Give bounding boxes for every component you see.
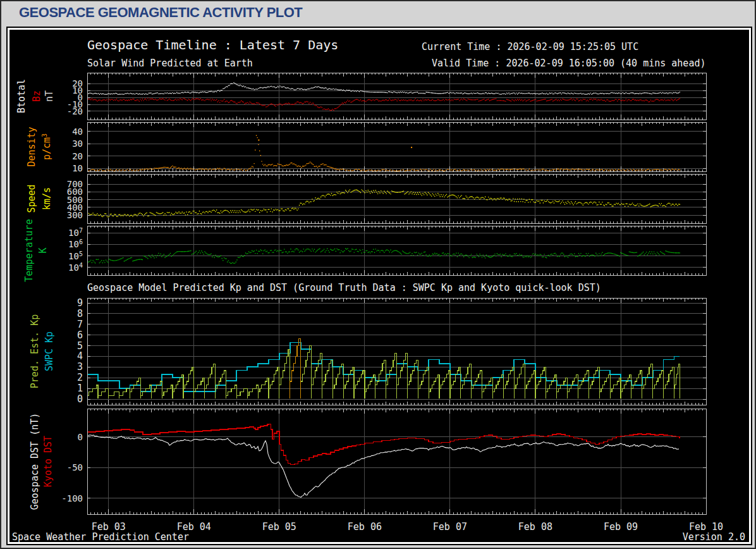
header-bar: GEOSPACE GEOMAGNETIC ACTIVITY PLOT (1, 1, 755, 25)
page-title: GEOSPACE GEOMAGNETIC ACTIVITY PLOT (19, 4, 302, 21)
svg-text:Feb 05: Feb 05 (262, 521, 296, 533)
svg-text:2: 2 (77, 372, 83, 383)
svg-text:20: 20 (72, 151, 83, 161)
valid-time-label: Valid Time : 2026-02-09 16:05:00 (40 min… (432, 58, 705, 69)
svg-text:SWPC Kp: SWPC Kp (44, 331, 55, 371)
kp-dst-section-title: Geospace Model Predicted Kp and DST (Gro… (87, 282, 601, 293)
page: GEOSPACE GEOMAGNETIC ACTIVITY PLOT 20100… (0, 0, 756, 549)
svg-text:6: 6 (77, 330, 83, 341)
svg-text:Geospace DST (nT): Geospace DST (nT) (29, 413, 40, 510)
svg-text:Pred. Est. Kp: Pred. Est. Kp (29, 314, 40, 388)
svg-text:Temperature: Temperature (23, 219, 35, 281)
svg-text:Feb 08: Feb 08 (518, 521, 552, 533)
svg-text:30: 30 (72, 139, 83, 149)
svg-text:K: K (37, 247, 49, 253)
svg-text:p/cm3: p/cm3 (41, 133, 52, 160)
svg-text:Speed: Speed (26, 184, 37, 213)
svg-text:Feb 07: Feb 07 (433, 521, 467, 533)
svg-text:0: 0 (78, 432, 83, 442)
svg-text:-100: -100 (61, 493, 83, 503)
svg-text:-20: -20 (67, 106, 83, 116)
svg-text:Kyoto DST: Kyoto DST (42, 436, 54, 487)
svg-text:km/s: km/s (41, 187, 52, 210)
svg-text:Feb 06: Feb 06 (348, 521, 382, 533)
svg-text:5: 5 (77, 340, 83, 352)
svg-text:105: 105 (68, 250, 83, 261)
svg-text:40: 40 (72, 126, 83, 137)
svg-text:4: 4 (77, 350, 83, 362)
svg-text:104: 104 (68, 262, 83, 273)
footer-source: Space Weather Prediction Center (12, 531, 189, 543)
svg-text:9: 9 (77, 297, 83, 309)
chart-title: Geospace Timeline : Latest 7 Days (87, 37, 338, 52)
svg-text:nT: nT (44, 90, 55, 102)
svg-text:Btotal: Btotal (16, 79, 27, 113)
svg-text:7: 7 (77, 319, 83, 330)
svg-text:Density: Density (26, 126, 37, 166)
current-time-label: Current Time : 2026-02-09 15:25:05 UTC (422, 41, 638, 52)
svg-text:0: 0 (77, 393, 83, 405)
svg-text:Bz: Bz (31, 90, 42, 102)
svg-text:3: 3 (77, 361, 83, 373)
footer-version: Version 2.0 (683, 531, 745, 543)
plot-area: 20100-10-20BtotalBznT40302010Densityp/cm… (9, 30, 749, 542)
chart-subtitle: Solar Wind Predicted at Earth (87, 58, 253, 69)
svg-text:8: 8 (77, 308, 83, 319)
svg-text:300: 300 (67, 210, 83, 220)
svg-text:Feb 09: Feb 09 (604, 521, 638, 533)
svg-text:1: 1 (77, 383, 83, 394)
svg-text:106: 106 (68, 238, 83, 249)
svg-text:-50: -50 (67, 462, 83, 472)
svg-text:10: 10 (72, 163, 83, 173)
svg-text:107: 107 (68, 227, 83, 238)
plot-frame: 20100-10-20BtotalBznT40302010Densityp/cm… (6, 27, 752, 545)
